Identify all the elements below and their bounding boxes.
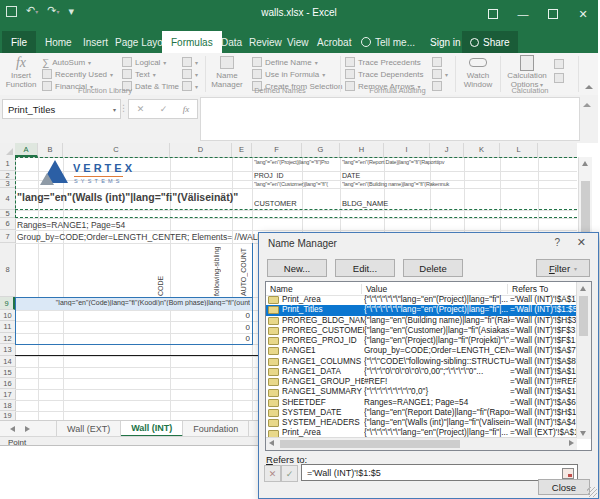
close-button[interactable]: ✕ — [568, 0, 598, 28]
recently-used-button[interactable]: Recently Used▾ — [42, 69, 113, 79]
lookup-reference-button[interactable]: ▾ — [182, 57, 198, 67]
name-manager-dialog[interactable]: Name Manager ? ✕ New... Edit... Delete F… — [258, 232, 599, 499]
cell-h4[interactable]: BLDG_NAME — [342, 199, 426, 208]
list-scroll-down-icon[interactable] — [580, 431, 586, 436]
enter-entry-icon[interactable]: ✓ — [160, 104, 168, 114]
formula-input[interactable] — [200, 97, 580, 141]
tell-me-box[interactable]: Tell me... — [352, 31, 424, 53]
dialog-title-bar[interactable]: Name Manager ? ✕ — [259, 233, 598, 253]
scroll-up-icon[interactable] — [582, 161, 588, 166]
collapse-ribbon-icon[interactable] — [585, 85, 593, 89]
name-box-splitter[interactable]: ⋮ — [119, 103, 128, 113]
text-button[interactable]: Text▾ — [122, 69, 156, 79]
name-manager-button[interactable]: Name Manager — [208, 55, 246, 89]
watch-window-button[interactable]: Watch Window — [458, 55, 498, 89]
name-row[interactable]: RANGE1 Group_by=CODE;Order=LENGTH_CENTER… — [266, 346, 577, 356]
prev-sheet-icon[interactable] — [10, 426, 15, 432]
autosum-button[interactable]: ∑AutoSum▾ — [42, 57, 91, 67]
list-scroll-right-icon[interactable] — [569, 440, 574, 446]
insert-function-fx-icon[interactable]: fx — [183, 104, 190, 114]
column-header-value[interactable]: Value — [362, 284, 508, 294]
name-row[interactable]: RANGE1_COLUMNS {"\"\"CODE\"following-sib… — [266, 357, 577, 367]
sign-in-link[interactable]: Sign in — [430, 31, 461, 53]
cell-f10[interactable]: 0 — [210, 311, 250, 320]
cell-f11[interactable]: 0 — [210, 323, 250, 332]
trace-precedents-button[interactable]: Trace Precedents — [345, 57, 421, 67]
fx-icon: fx — [12, 55, 30, 70]
name-row[interactable]: Print_Titles {"\"\"\"\"\"\"lang="en"(Pro… — [266, 305, 577, 315]
name-row[interactable]: PROREG_CUSTOMER {"lang="en"(Customer)|la… — [266, 326, 577, 336]
list-scroll-up-icon[interactable] — [580, 286, 586, 291]
calculate-now-button[interactable] — [554, 59, 564, 69]
cell-f12[interactable]: 0 — [210, 334, 250, 343]
expand-formula-bar-icon[interactable] — [583, 103, 591, 107]
cell-e8-vertical[interactable]: AUTO_COUNT — [240, 246, 247, 296]
name-row[interactable]: SYSTEM_DATE {"lang="en"(Report Date)|lan… — [266, 408, 577, 418]
sheet-tab-nav — [0, 421, 42, 437]
cell-a4[interactable]: "lang="en"(Walls (int)"|lang="fi"(Välise… — [17, 191, 251, 203]
delete-button[interactable]: Delete — [403, 259, 463, 277]
minimize-button[interactable]: — — [508, 0, 538, 28]
names-list-header[interactable]: Name Value Refers To — [266, 282, 591, 296]
error-checking-button[interactable]: ▾ — [432, 69, 448, 79]
name-row[interactable]: Print_Area {"\"\"\"\"\"\"lang="en"(Proje… — [266, 295, 577, 305]
close-dialog-button[interactable]: Close — [538, 479, 590, 495]
edit-button[interactable]: Edit... — [335, 259, 395, 277]
cell-f4[interactable]: CUSTOMER — [254, 199, 338, 208]
dialog-close-icon[interactable]: ✕ — [577, 236, 586, 249]
list-vertical-scrollbar[interactable] — [576, 282, 591, 439]
scrollbar-thumb[interactable] — [581, 181, 590, 237]
sheet-tab-foundation[interactable]: Foundation — [183, 421, 249, 437]
more-functions-button[interactable]: ▾ — [182, 81, 198, 91]
cell-a6[interactable]: Ranges=RANGE1; Page=54 — [17, 220, 257, 230]
resize-grip[interactable] — [587, 487, 597, 497]
filter-button[interactable]: Filter▾ — [536, 259, 590, 277]
new-button[interactable]: New... — [267, 259, 327, 277]
list-scroll-left-icon[interactable] — [269, 440, 274, 446]
names-list[interactable]: Name Value Refers To Print_Area {"\"\"\"… — [265, 281, 592, 451]
title-bar: ↶▾ ↷▾ ▾ walls.xlsx - Excel — ✕ — [0, 0, 598, 28]
cell-h2[interactable]: DATE — [342, 172, 422, 179]
name-row[interactable]: RANGE1_DATA {"\"\"\"0\"0\"0\"0\"0,00";"\… — [266, 367, 577, 377]
cancel-entry-icon[interactable]: ✕ — [137, 104, 145, 114]
dialog-help-icon[interactable]: ? — [554, 237, 560, 248]
cell-h1[interactable]: "lang"="en"(Report Date)|lang"="fi"(Rapo… — [342, 159, 520, 165]
name-row[interactable]: RANGE1_SUMMARY {"\"\"\"\"\"\"\"\"0,0"} =… — [266, 387, 577, 397]
tab-file[interactable]: File — [2, 31, 36, 53]
insert-function-button[interactable]: fx Insert Function — [4, 55, 38, 89]
name-row[interactable]: RANGE1_GROUP_HEAD... #REF! ='Wall (INT)'… — [266, 377, 577, 387]
next-sheet-icon[interactable] — [25, 426, 30, 432]
show-formulas-button[interactable] — [432, 57, 442, 67]
cell-c8-vertical[interactable]: CODE — [157, 246, 164, 296]
share-button[interactable]: Share — [462, 31, 518, 53]
name-box[interactable]: Print_Titles▾ — [2, 99, 121, 119]
name-box-dropdown-icon[interactable]: ▾ — [113, 106, 116, 113]
calculate-sheet-button[interactable] — [554, 73, 564, 83]
sheet-tab-wall-int[interactable]: Wall (INT) — [121, 421, 183, 437]
ribbon-display-options-icon[interactable] — [478, 0, 508, 28]
cell-f3[interactable]: "lang"="en"(Customer)|lang"="fi"( — [254, 181, 338, 187]
collapse-dialog-range-icon[interactable] — [562, 468, 574, 479]
refers-to-field[interactable]: ='Wall (INT)'!$1:$5 — [301, 464, 578, 481]
name-row[interactable]: PROREG_BLDG_NAME {"lang="en"(Building na… — [266, 316, 577, 326]
maximize-button[interactable] — [538, 0, 568, 28]
cell-f2[interactable]: PROJ_ID — [254, 172, 334, 179]
cell-h3[interactable]: "lang"="en"(Building name)|lang"="fi"(Ra… — [342, 181, 520, 187]
column-header-name[interactable]: Name — [266, 284, 362, 294]
cell-f1[interactable]: "lang"="en"(Project)|lang"="fi"|Pro — [254, 159, 338, 165]
use-in-formula-button[interactable]: Use in Formula▾ — [252, 69, 325, 79]
math-trig-button[interactable]: ▾ — [182, 69, 198, 79]
calculation-options-button[interactable]: Calculation Options ▾ — [504, 55, 550, 89]
define-name-button[interactable]: Define Name▾ — [252, 57, 318, 67]
logical-button[interactable]: Logical▾ — [122, 57, 166, 67]
name-row[interactable]: SYSTEM_HEADERS {"lang="en"(Walls (int)"|… — [266, 418, 577, 428]
name-row[interactable]: SHEETDEF Ranges=RANGE1; Page=54 ='Wall (… — [266, 398, 577, 408]
cell-d8-vertical[interactable]: following-sibling — [213, 246, 220, 296]
trace-dependents-button[interactable]: Trace Dependents — [345, 69, 424, 79]
list-hscroll-thumb[interactable] — [280, 440, 460, 448]
name-row[interactable]: PROREG_PROJ_ID {"lang="en"(Project)|lang… — [266, 336, 577, 346]
sheet-tab-wall-ext[interactable]: Wall (EXT) — [56, 421, 121, 437]
cell-row9[interactable]: "lang="en"(Code)|lang="fi"(Koodi)n"(Bom … — [16, 299, 250, 306]
list-vscroll-thumb[interactable] — [579, 296, 588, 336]
list-horizontal-scrollbar[interactable] — [266, 437, 577, 450]
